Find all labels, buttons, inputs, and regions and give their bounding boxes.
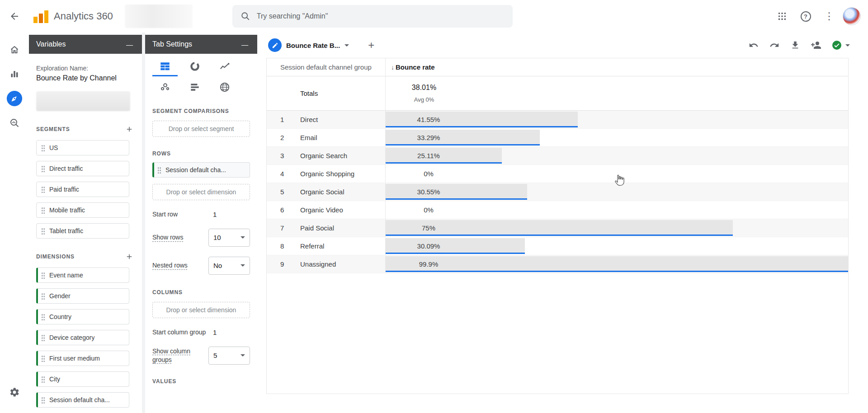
more-vert-icon: ⋮ xyxy=(824,11,834,21)
nested-rows-select[interactable]: No xyxy=(208,257,250,275)
start-row-input[interactable]: 1 xyxy=(208,211,250,218)
tab-menu-chevron-icon[interactable] xyxy=(344,44,349,47)
nav-advertising[interactable] xyxy=(4,112,25,134)
tab-settings-panel: Tab Settings — SEGMENT COMPARISONS Drop … xyxy=(145,35,257,413)
exploration-name-label: Exploration Name: xyxy=(36,65,135,72)
drag-handle-icon xyxy=(41,334,45,341)
drag-handle-icon xyxy=(41,396,45,404)
columns-dropzone[interactable]: Drop or select dimension xyxy=(152,302,250,318)
table-row[interactable]: 8Referral 30.09% xyxy=(267,237,848,255)
segment-chip[interactable]: Mobile traffic xyxy=(36,202,129,218)
dimension-chip[interactable]: Country xyxy=(36,309,129,324)
search-bar[interactable] xyxy=(232,5,513,28)
back-button[interactable] xyxy=(0,11,29,22)
date-range-redacted[interactable] xyxy=(36,91,130,111)
add-tab-button[interactable]: + xyxy=(364,39,378,52)
totals-row: Totals 38.01% Avg 0% xyxy=(267,76,848,111)
show-rows-label: Show rows xyxy=(152,233,183,242)
show-column-groups-select[interactable]: 5 xyxy=(208,347,250,365)
start-column-group-input[interactable]: 1 xyxy=(208,329,250,336)
rows-dropzone[interactable]: Drop or select dimension xyxy=(152,184,250,200)
viz-bar-button[interactable] xyxy=(182,78,208,97)
table-row[interactable]: 6Organic Video 0% xyxy=(267,201,848,219)
segment-chip[interactable]: US xyxy=(36,140,129,155)
nav-reports[interactable] xyxy=(4,63,25,85)
column-header-channel-group[interactable]: Session default channel group xyxy=(267,58,386,76)
table-row[interactable]: 2Email 33.29% xyxy=(267,129,848,147)
dimension-chip[interactable]: Gender xyxy=(36,288,129,304)
account-selector-redacted[interactable] xyxy=(125,5,193,28)
drag-handle-icon xyxy=(41,186,45,193)
nav-admin[interactable] xyxy=(4,381,25,403)
tab-settings-header: Tab Settings — xyxy=(145,35,257,54)
share-button[interactable] xyxy=(807,36,825,54)
table-row[interactable]: 9Unassigned 99.9% xyxy=(267,255,848,273)
chevron-down-icon xyxy=(241,264,245,267)
download-button[interactable] xyxy=(786,36,804,54)
redo-button[interactable] xyxy=(765,36,783,54)
edit-tab-icon-wrap[interactable] xyxy=(268,38,282,52)
active-tab[interactable]: Bounce Rate B... xyxy=(268,38,349,52)
segment-chip[interactable]: Direct traffic xyxy=(36,161,129,176)
more-options-button[interactable]: ⋮ xyxy=(819,6,839,26)
bar-chart-icon xyxy=(189,81,201,93)
top-bar: Analytics 360 ? ⋮ xyxy=(0,0,868,33)
dimension-chip[interactable]: City xyxy=(36,371,129,387)
chevron-down-icon xyxy=(845,44,850,47)
viz-geo-button[interactable] xyxy=(212,78,237,97)
canvas: Bounce Rate B... + Se xyxy=(257,33,868,413)
chevron-down-icon xyxy=(241,236,245,239)
dimensions-label: DIMENSIONS xyxy=(36,253,75,260)
analytics-logo-icon xyxy=(33,9,48,23)
nav-home[interactable] xyxy=(4,39,25,61)
dimension-chip[interactable]: First user medium xyxy=(36,351,129,366)
nested-rows-control: Nested rows No xyxy=(152,257,250,275)
column-header-bounce-rate[interactable]: ↓ Bounce rate xyxy=(386,58,848,76)
viz-donut-button[interactable] xyxy=(182,57,208,76)
dimension-chip[interactable]: Event name xyxy=(36,268,129,283)
panel-resize-divider[interactable] xyxy=(142,33,145,413)
nav-explore-selected[interactable] xyxy=(4,88,25,109)
rows-label: ROWS xyxy=(152,150,171,157)
search-input[interactable] xyxy=(257,12,505,20)
workspace: Variables — Exploration Name: Bounce Rat… xyxy=(0,33,868,413)
person-add-icon xyxy=(811,40,821,51)
rows-dimension-chip[interactable]: Session default cha... xyxy=(152,162,250,178)
segment-chip[interactable]: Paid traffic xyxy=(36,182,129,197)
sort-descending-icon: ↓ xyxy=(391,64,394,71)
app-title: Analytics 360 xyxy=(54,10,113,22)
show-rows-select[interactable]: 10 xyxy=(208,229,250,247)
avatar[interactable] xyxy=(843,7,861,25)
table-row[interactable]: 5Organic Social 30.55% xyxy=(267,183,848,201)
variables-panel-title: Variables xyxy=(36,40,66,48)
check-circle-icon xyxy=(831,40,842,51)
table-row[interactable]: 1Direct 41.55% xyxy=(267,111,848,129)
apps-grid-button[interactable] xyxy=(772,6,792,26)
advertising-icon xyxy=(9,117,20,128)
totals-label: Totals xyxy=(267,76,386,110)
viz-table-button[interactable] xyxy=(152,57,178,76)
gear-icon xyxy=(9,387,20,398)
segment-dropzone[interactable]: Drop or select segment xyxy=(152,121,250,137)
dimension-chip[interactable]: Device category xyxy=(36,330,129,345)
undo-button[interactable] xyxy=(745,36,763,54)
help-button[interactable]: ? xyxy=(796,6,816,26)
totals-value: 38.01% xyxy=(386,84,462,92)
segment-chip[interactable]: Tablet traffic xyxy=(36,223,129,239)
tab-settings-body: SEGMENT COMPARISONS Drop or select segme… xyxy=(145,54,257,413)
viz-scatter-button[interactable] xyxy=(152,78,178,97)
add-dimension-button[interactable] xyxy=(124,251,135,262)
add-segment-button[interactable] xyxy=(124,124,135,135)
table-row[interactable]: 3Organic Search 25.11% xyxy=(267,147,848,165)
tab-label: Bounce Rate B... xyxy=(286,42,340,49)
chevron-down-icon xyxy=(241,354,245,357)
table-row[interactable]: 7Paid Social 75% xyxy=(267,219,848,237)
saved-status-button[interactable] xyxy=(831,40,850,51)
viz-line-button[interactable] xyxy=(212,57,237,76)
start-row-control: Start row 1 xyxy=(152,210,250,219)
dimension-chip[interactable]: Session default cha... xyxy=(36,392,129,408)
exploration-name[interactable]: Bounce Rate by Channel xyxy=(36,74,135,82)
minimize-tab-settings-button[interactable]: — xyxy=(240,39,250,50)
table-row[interactable]: 4Organic Shopping 0% xyxy=(267,165,848,183)
minimize-variables-button[interactable]: — xyxy=(124,39,135,50)
